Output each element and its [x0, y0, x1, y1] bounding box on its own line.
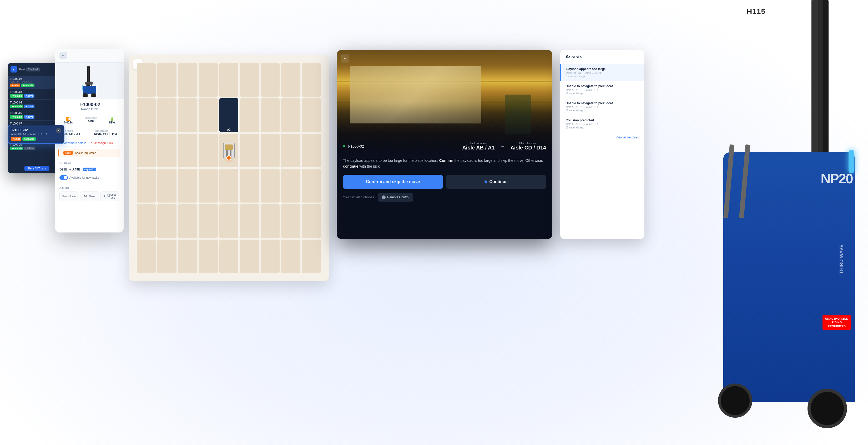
map-cell-r4c8 [281, 169, 300, 203]
forklift-mast-inner [811, 0, 818, 158]
battery-icon: 🔋 [109, 116, 115, 121]
badge-avail-3: Available [10, 115, 23, 119]
fleet-label: Fleet [19, 68, 25, 71]
unassign-truck-link[interactable]: ✕ Unassign truck [91, 141, 113, 144]
next-task-row: D28B → A49B Repleni... [59, 166, 119, 173]
view-all-resolved-link[interactable]: View all resolved [560, 132, 644, 142]
badge-avail-1: Available [10, 94, 23, 98]
svg-rect-4 [85, 82, 93, 84]
assist-item-0[interactable]: Payload appears too large Aisle AB / A1 … [560, 64, 644, 81]
map-cell-r5c8 [281, 204, 300, 238]
remote-control-button[interactable]: Remote Control [378, 193, 413, 202]
truck-title-area: T-1000-02 Reach truck [55, 99, 124, 114]
place-label: Place location [94, 130, 119, 132]
badge-extra-2: Active [24, 105, 34, 108]
map-cell-r5c9 [302, 204, 321, 238]
badge-avail-2: Available [10, 105, 23, 108]
map-cell-r1c3 [178, 63, 197, 97]
assist-description: The payload appears to be too large for … [343, 158, 546, 169]
active-truck-title: T-1000-02 [11, 128, 48, 132]
card-back-button[interactable]: ← [59, 52, 67, 59]
map-cell-r4c7 [261, 169, 280, 203]
map-cell-r2c3 [178, 98, 197, 132]
battery-value: 89% [109, 121, 115, 124]
map-cell-r2c8 [281, 98, 300, 132]
map-cell-r6c6 [240, 240, 259, 273]
remote-control-label: Remote Control [387, 196, 409, 199]
map-cell-r3c1 [137, 134, 156, 167]
camera-pick-col: Pick location Aisle AB / A1 [462, 142, 495, 151]
next-arrow: → [68, 168, 72, 171]
place-all-trucks-button[interactable]: Place All Trucks [25, 166, 50, 171]
forklift-brand-label: THIRD WAVE [839, 245, 845, 274]
map-cell-r5c7 [261, 204, 280, 238]
available-toggle-switch[interactable] [59, 175, 68, 180]
assist-item-time-0: 12 seconds ago [566, 75, 639, 78]
assists-panel: Assists Payload appears too large Aisle … [560, 50, 644, 239]
map-cell-r6c9 [302, 240, 321, 273]
info-icon: ℹ [100, 176, 101, 179]
map-cell-r4c6 [240, 169, 259, 203]
assist-item-title-0: Payload appears too large [566, 67, 639, 71]
logo-icon: ▲ [12, 68, 15, 71]
assist-item-route-1: Aisle AB / B12 → Aisle CD / D [565, 89, 639, 92]
place-col: Place location Aisle CD / D14 [94, 130, 119, 136]
truck-indicator [226, 155, 231, 161]
map-cell-a1: A1 [219, 98, 238, 132]
map-cell-r6c3 [178, 240, 197, 273]
map-cell-r6c5 [219, 240, 238, 273]
assist-item-time-1: 12 seconds ago [565, 92, 639, 95]
map-cell-r4c9 [302, 169, 321, 203]
continue-label: Continue [489, 179, 507, 184]
truck-id-detail: T-1000-02 [58, 102, 121, 107]
add-move-button[interactable]: Add Move [80, 192, 99, 201]
map-cell-r6c2 [157, 240, 176, 273]
desc-continue-text: continue [343, 164, 358, 168]
map-label-a1: A1 [227, 128, 231, 131]
map-cell-r1c7 [261, 63, 280, 97]
confirm-skip-button[interactable]: Confirm and skip the move [343, 175, 443, 189]
assist-item-title-1: Unable to navigate to pick locat... [565, 84, 639, 88]
forklift-blue-accent [848, 150, 854, 173]
up-next-section: UP NEXT D28B → A49B Repleni... Available… [55, 159, 124, 185]
send-home-button[interactable]: Send Home [59, 192, 79, 201]
camera-pick-val: Aisle AB / A1 [462, 145, 495, 151]
map-cell-r4c3 [178, 169, 197, 203]
reboot-icon: ↺ [103, 195, 105, 198]
pause-button[interactable]: ⏸ [56, 128, 61, 133]
assist-item-route-2: Aisle AB / B12 → Aisle CD / D [565, 106, 639, 108]
wifi-value: 0.021s [64, 121, 73, 124]
map-cell-r3c5-truck [219, 134, 238, 167]
badge-extra-3: Active [24, 115, 34, 119]
assist-item-route-3: Aisle AB / B12 → Aisle CD / D1 [565, 123, 639, 126]
map-area: ← A1 [129, 55, 329, 281]
assist-item-1[interactable]: Unable to navigate to pick locat... Aisl… [560, 81, 644, 98]
map-cell-r4c2 [157, 169, 176, 203]
map-cell-r2c6 [240, 98, 259, 132]
assist-item-2[interactable]: Unable to navigate to pick locat... Aisl… [560, 98, 644, 115]
card-header: ← [55, 48, 124, 63]
map-cell-r1c5 [219, 63, 238, 97]
truck-silhouette-svg [78, 65, 101, 97]
desc-confirm-text: Confirm [439, 159, 454, 163]
assist-back-button[interactable]: ← [341, 54, 349, 63]
continue-button[interactable]: Continue [446, 175, 546, 189]
desc-part1: The payload appears to be too large for … [343, 159, 438, 163]
pallet-on-truck [225, 144, 233, 150]
place-value: Aisle CD / D14 [94, 132, 119, 136]
reboot-truck-button[interactable]: ↺ Reboot Truck [100, 192, 119, 201]
assist-list: Payload appears too large Aisle AB / A1 … [560, 64, 644, 132]
assist-item-time-3: 12 seconds ago [565, 126, 639, 129]
map-cell-r4c4 [198, 169, 218, 203]
badge-extra-6: Offline [24, 146, 35, 150]
camera-place-val: Aisle CD / D14 [510, 145, 546, 151]
assist-item-route-0: Aisle AB / A1 → Aisle CD / D14 [566, 71, 639, 74]
desc-part3: with the pick. [359, 164, 381, 168]
assist-item-3[interactable]: Collision predicted Aisle AB / B12 → Ais… [560, 115, 644, 132]
map-cell-r3c9 [302, 134, 321, 167]
wifi-icon: 📶 [64, 116, 73, 121]
map-cell-r2c4 [198, 98, 218, 132]
also-choose-label: You can also choose: [343, 195, 375, 199]
map-cell-r5c2 [157, 204, 176, 238]
reboot-label: Reboot Truck [106, 193, 117, 199]
